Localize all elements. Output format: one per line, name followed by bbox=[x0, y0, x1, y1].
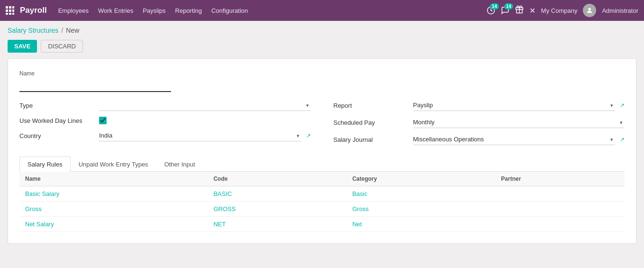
admin-name[interactable]: Administrator bbox=[602, 7, 638, 14]
country-select[interactable]: India bbox=[99, 130, 301, 141]
salary-journal-value: Miscellaneous Operations ↗ bbox=[413, 134, 625, 145]
report-select-wrapper: Payslip bbox=[413, 100, 616, 111]
nav-employees[interactable]: Employees bbox=[58, 7, 89, 14]
scheduled-pay-select[interactable]: Monthly bbox=[413, 117, 625, 128]
gift-icon[interactable] bbox=[515, 5, 524, 16]
report-select[interactable]: Payslip bbox=[413, 100, 616, 111]
use-worked-value bbox=[99, 117, 311, 124]
type-value bbox=[99, 100, 311, 111]
name-label: Name bbox=[19, 70, 625, 77]
form-right: Report Payslip ↗ Scheduled Pay Monthly bbox=[322, 100, 625, 145]
tab-other-input[interactable]: Other Input bbox=[156, 157, 203, 172]
name-input[interactable] bbox=[19, 80, 171, 92]
table-header-row: Name Code Category Partner bbox=[19, 172, 625, 186]
svg-rect-3 bbox=[6, 9, 8, 12]
table-body: Basic Salary BASIC Basic Gross GROSS Gro… bbox=[19, 186, 625, 232]
breadcrumb: Salary Structures / New bbox=[0, 21, 644, 36]
report-value: Payslip ↗ bbox=[413, 100, 625, 111]
use-worked-checkbox[interactable] bbox=[99, 117, 107, 124]
tabs-container: Salary Rules Unpaid Work Entry Types Oth… bbox=[19, 157, 625, 172]
topnav-right: 14 14 ✕ My Company Administrator bbox=[487, 4, 638, 17]
col-category: Category bbox=[346, 172, 495, 186]
app-brand: Payroll bbox=[20, 6, 47, 15]
use-worked-row: Use Worked Day Lines bbox=[19, 117, 311, 124]
type-select-wrapper bbox=[99, 100, 311, 111]
type-label: Type bbox=[19, 102, 95, 109]
messages-count: 14 bbox=[504, 3, 513, 9]
messages-badge[interactable]: 14 bbox=[501, 6, 509, 15]
col-partner: Partner bbox=[495, 172, 625, 186]
cell-partner bbox=[495, 186, 625, 202]
svg-rect-8 bbox=[12, 13, 14, 15]
svg-rect-6 bbox=[6, 13, 8, 15]
svg-rect-5 bbox=[12, 9, 14, 12]
nav-work-entries[interactable]: Work Entries bbox=[98, 7, 133, 14]
cell-name[interactable]: Gross bbox=[19, 202, 208, 217]
col-name: Name bbox=[19, 172, 208, 186]
table-row[interactable]: Net Salary NET Net bbox=[19, 217, 625, 232]
cell-name[interactable]: Basic Salary bbox=[19, 186, 208, 202]
form-grid: Type Use Worked Day Lines Country bbox=[19, 100, 625, 145]
svg-point-12 bbox=[589, 8, 591, 10]
cell-code: NET bbox=[208, 217, 346, 232]
breadcrumb-parent[interactable]: Salary Structures bbox=[8, 27, 58, 34]
name-section: Name bbox=[19, 70, 625, 92]
tab-salary-rules[interactable]: Salary Rules bbox=[19, 157, 71, 172]
grid-menu-icon[interactable] bbox=[6, 6, 14, 15]
nav-reporting[interactable]: Reporting bbox=[175, 7, 202, 14]
tab-unpaid-work-entry-types[interactable]: Unpaid Work Entry Types bbox=[71, 157, 156, 172]
activity-badge[interactable]: 14 bbox=[487, 6, 495, 15]
report-label: Report bbox=[334, 102, 409, 109]
salary-rules-table: Name Code Category Partner Basic Salary … bbox=[19, 172, 625, 232]
avatar[interactable] bbox=[583, 4, 596, 17]
nav-payslips[interactable]: Payslips bbox=[143, 7, 165, 14]
salary-journal-ext-link-icon[interactable]: ↗ bbox=[620, 136, 625, 143]
main-form-card: Name Type Use Worked Day Lines bbox=[8, 58, 636, 244]
salary-journal-select-wrapper: Miscellaneous Operations bbox=[413, 134, 616, 145]
form-left: Type Use Worked Day Lines Country bbox=[19, 100, 322, 145]
type-row: Type bbox=[19, 100, 311, 111]
scheduled-pay-label: Scheduled Pay bbox=[334, 119, 409, 126]
table-row[interactable]: Gross GROSS Gross bbox=[19, 202, 625, 217]
country-row: Country India ↗ bbox=[19, 130, 311, 141]
svg-rect-0 bbox=[6, 6, 8, 9]
table-header: Name Code Category Partner bbox=[19, 172, 625, 186]
use-worked-label: Use Worked Day Lines bbox=[19, 117, 95, 124]
table-row[interactable]: Basic Salary BASIC Basic bbox=[19, 186, 625, 202]
cell-category: Gross bbox=[346, 202, 495, 217]
scheduled-pay-value: Monthly bbox=[413, 117, 625, 128]
country-select-wrapper: India bbox=[99, 130, 301, 141]
report-row: Report Payslip ↗ bbox=[334, 100, 625, 111]
nav-configuration[interactable]: Configuration bbox=[211, 7, 248, 14]
close-icon[interactable]: ✕ bbox=[529, 6, 535, 15]
svg-rect-7 bbox=[9, 13, 11, 15]
cell-category: Basic bbox=[346, 186, 495, 202]
company-name[interactable]: My Company bbox=[541, 7, 578, 14]
country-label: Country bbox=[19, 132, 95, 139]
salary-journal-row: Salary Journal Miscellaneous Operations … bbox=[334, 134, 625, 145]
cell-partner bbox=[495, 217, 625, 232]
svg-rect-2 bbox=[12, 6, 14, 9]
activity-count: 14 bbox=[490, 3, 499, 9]
country-value: India ↗ bbox=[99, 130, 311, 141]
save-button[interactable]: SAVE bbox=[8, 40, 37, 53]
nav-links: Employees Work Entries Payslips Reportin… bbox=[58, 7, 487, 14]
top-navigation: Payroll Employees Work Entries Payslips … bbox=[0, 0, 644, 21]
cell-code: BASIC bbox=[208, 186, 346, 202]
cell-name[interactable]: Net Salary bbox=[19, 217, 208, 232]
svg-rect-4 bbox=[9, 9, 11, 12]
country-ext-link-icon[interactable]: ↗ bbox=[306, 132, 311, 139]
salary-journal-label: Salary Journal bbox=[334, 136, 409, 143]
action-bar: SAVE DISCARD bbox=[0, 36, 644, 58]
svg-rect-1 bbox=[9, 6, 11, 9]
breadcrumb-separator: / bbox=[61, 27, 63, 34]
scheduled-pay-row: Scheduled Pay Monthly bbox=[334, 117, 625, 128]
cell-code: GROSS bbox=[208, 202, 346, 217]
cell-category: Net bbox=[346, 217, 495, 232]
tabs: Salary Rules Unpaid Work Entry Types Oth… bbox=[19, 157, 625, 171]
report-ext-link-icon[interactable]: ↗ bbox=[620, 102, 625, 109]
type-select[interactable] bbox=[99, 100, 311, 111]
discard-button[interactable]: DISCARD bbox=[41, 40, 83, 53]
salary-journal-select[interactable]: Miscellaneous Operations bbox=[413, 134, 616, 145]
scheduled-pay-select-wrapper: Monthly bbox=[413, 117, 625, 128]
